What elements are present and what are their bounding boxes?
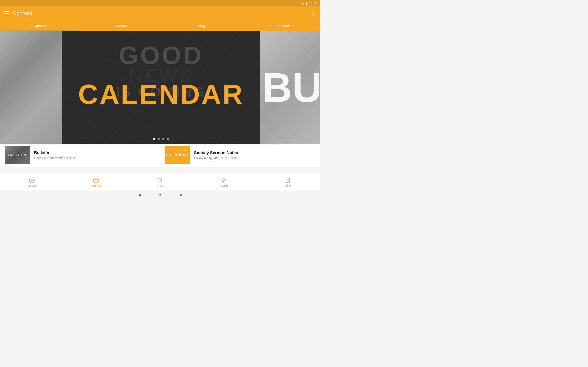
fillin-thumbnail-label: FILL-IN NOTES bbox=[166, 153, 189, 157]
status-bar: ▾ ▲ ▮ 10:26 bbox=[0, 0, 320, 6]
nav-label-bible: Bible bbox=[285, 184, 291, 187]
hamburger-line-1 bbox=[4, 11, 9, 12]
nav-label-grow: Grow bbox=[157, 184, 163, 187]
nav-label-studies: Studies bbox=[27, 184, 36, 187]
carousel-dot-2[interactable] bbox=[157, 138, 160, 140]
battery-icon: ▮ bbox=[306, 2, 308, 5]
hamburger-line-3 bbox=[4, 15, 9, 15]
carousel-indicators bbox=[153, 138, 169, 140]
tab-devotion[interactable]: Devotion bbox=[80, 20, 160, 31]
android-recent-button[interactable]: ■ bbox=[180, 193, 182, 197]
svg-marker-1 bbox=[32, 179, 33, 181]
android-navigation-bar: ◀ ● ■ bbox=[0, 190, 320, 199]
tab-kids-youth[interactable]: Kids & Youth bbox=[240, 20, 320, 31]
fillin-card[interactable]: ✏ FILL-IN NOTES Sunday Sermon Notes Foll… bbox=[160, 144, 320, 167]
bible-icon bbox=[285, 177, 291, 183]
hero-center-panel: GOOD NEWS IS COMING CALENDAR bbox=[62, 31, 260, 144]
wifi-icon: ▾ bbox=[299, 2, 300, 5]
bulletin-info: Bulletin Check out this week's bulletin bbox=[34, 150, 76, 160]
app-bar-left: Connect bbox=[4, 10, 32, 16]
bulletin-card[interactable]: BULLETIN Bulletin Check out this week's … bbox=[0, 144, 160, 167]
fillin-notes-icon: ✏ bbox=[184, 148, 188, 153]
nav-label-connect: Connect bbox=[91, 184, 101, 187]
bulletin-subtitle: Check out this week's bulletin bbox=[34, 156, 76, 160]
bottom-navigation: Studies Connect Grow Reach Bible bbox=[0, 174, 320, 190]
app-bar: Connect ⋮ bbox=[0, 6, 320, 20]
fillin-title: Sunday Sermon Notes bbox=[194, 150, 238, 155]
hero-bg-good: GOOD bbox=[116, 43, 206, 68]
hero-main-text: CALENDAR bbox=[78, 78, 244, 110]
nav-item-bible[interactable]: Bible bbox=[256, 177, 320, 187]
hero-right-panel: BU bbox=[260, 31, 320, 144]
android-back-button[interactable]: ◀ bbox=[138, 193, 141, 197]
tab-giving[interactable]: Giving bbox=[160, 20, 240, 31]
content-cards-section: BULLETIN Bulletin Check out this week's … bbox=[0, 144, 320, 167]
bulletin-thumbnail: BULLETIN bbox=[5, 146, 30, 164]
hero-left-panel bbox=[0, 31, 62, 144]
tab-bar: Sunday Devotion Giving Kids & Youth bbox=[0, 20, 320, 31]
nav-item-grow[interactable]: Grow bbox=[128, 177, 192, 187]
more-options-button[interactable]: ⋮ bbox=[310, 10, 316, 17]
carousel-dot-3[interactable] bbox=[162, 138, 164, 140]
tab-sunday[interactable]: Sunday bbox=[0, 20, 80, 31]
android-home-button[interactable]: ● bbox=[159, 193, 161, 197]
svg-point-4 bbox=[223, 178, 225, 180]
signal-icon: ▲ bbox=[302, 2, 305, 5]
app-title: Connect bbox=[13, 10, 32, 16]
fillin-thumbnail: ✏ FILL-IN NOTES bbox=[165, 146, 190, 164]
connect-icon bbox=[93, 177, 99, 183]
fillin-subtitle: Follow along with Fill-In Notes bbox=[194, 156, 238, 160]
svg-marker-3 bbox=[95, 179, 98, 180]
bulletin-thumbnail-label: BULLETIN bbox=[8, 153, 26, 157]
nav-label-reach: Reach bbox=[220, 184, 228, 187]
time-display: 10:26 bbox=[309, 2, 317, 5]
fillin-info: Sunday Sermon Notes Follow along with Fi… bbox=[194, 150, 238, 160]
hero-carousel: GOOD NEWS IS COMING CALENDAR BU bbox=[0, 31, 320, 144]
hero-right-letter: BU bbox=[262, 64, 320, 111]
carousel-dot-1[interactable] bbox=[153, 138, 155, 140]
studies-icon bbox=[29, 177, 35, 183]
hamburger-line-2 bbox=[4, 13, 9, 14]
carousel-dot-4[interactable] bbox=[167, 138, 169, 140]
nav-item-studies[interactable]: Studies bbox=[0, 177, 64, 187]
hamburger-menu-button[interactable] bbox=[4, 11, 9, 15]
nav-item-connect[interactable]: Connect bbox=[64, 177, 128, 187]
nav-item-reach[interactable]: Reach bbox=[192, 177, 256, 187]
reach-icon bbox=[221, 177, 227, 183]
grow-icon bbox=[157, 177, 163, 183]
bulletin-title: Bulletin bbox=[34, 150, 76, 155]
